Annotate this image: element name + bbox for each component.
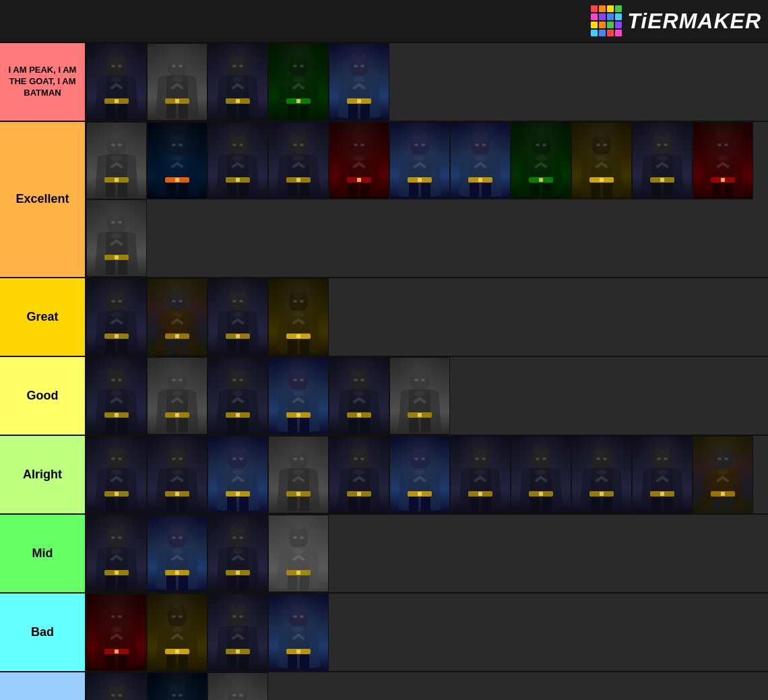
costume-slot-e2: [147, 122, 207, 199]
tier-row-good: Good: [0, 357, 768, 436]
svg-point-436: [657, 457, 661, 460]
svg-point-88: [232, 144, 236, 146]
svg-rect-501: [288, 575, 297, 590]
svg-rect-201: [106, 260, 115, 275]
svg-point-347: [172, 470, 183, 475]
svg-point-413: [542, 457, 546, 460]
svg-point-521: [179, 615, 183, 618]
svg-point-239: [232, 312, 243, 317]
svg-point-143: [475, 156, 486, 161]
svg-point-419: [536, 470, 546, 475]
tier-items-abysmal: [85, 672, 768, 700]
svg-point-40: [293, 65, 297, 67]
svg-rect-399: [472, 455, 488, 462]
svg-point-280: [232, 379, 236, 381]
svg-rect-310: [360, 418, 370, 433]
svg-rect-381: [348, 497, 358, 511]
svg-point-77: [179, 144, 183, 146]
svg-rect-514: [118, 654, 127, 669]
svg-rect-285: [227, 418, 236, 433]
svg-rect-226: [179, 339, 188, 354]
costume-slot-m1: [86, 515, 147, 592]
svg-point-263: [111, 391, 122, 396]
svg-point-556: [111, 694, 115, 697]
svg-rect-489: [227, 575, 236, 590]
tier-row-great: Great: [0, 278, 768, 357]
tier-items-good: [85, 357, 768, 435]
svg-point-65: [118, 144, 122, 146]
costume-slot-ab1: [86, 672, 147, 700]
costume-slot-e10: [632, 122, 693, 199]
svg-point-509: [118, 615, 122, 618]
svg-rect-478: [179, 575, 188, 590]
tier-row-alright: Alright: [0, 436, 768, 515]
svg-rect-483: [230, 534, 246, 541]
svg-point-437: [664, 457, 668, 460]
svg-rect-63: [108, 141, 125, 148]
svg-rect-189: [712, 183, 722, 197]
svg-point-376: [354, 457, 358, 460]
svg-rect-370: [300, 497, 309, 511]
svg-rect-550: [300, 654, 309, 669]
svg-rect-404: [478, 492, 482, 496]
svg-point-101: [300, 144, 304, 146]
svg-point-340: [172, 457, 176, 460]
svg-rect-488: [236, 571, 240, 575]
svg-point-17: [179, 65, 183, 67]
svg-rect-303: [351, 377, 367, 383]
svg-rect-21: [166, 104, 176, 119]
svg-point-515: [111, 627, 122, 633]
logo-text: TiERMAKER: [627, 9, 761, 34]
svg-point-89: [239, 144, 243, 146]
svg-rect-358: [239, 497, 249, 511]
svg-point-364: [293, 457, 297, 460]
svg-point-365: [300, 457, 304, 460]
svg-rect-524: [175, 649, 179, 654]
svg-rect-502: [300, 575, 309, 590]
svg-rect-153: [530, 183, 540, 197]
svg-rect-272: [175, 413, 179, 417]
svg-point-539: [232, 627, 243, 633]
svg-point-293: [300, 379, 304, 381]
svg-rect-417: [530, 497, 540, 511]
svg-rect-531: [230, 613, 246, 620]
svg-point-371: [293, 470, 304, 475]
svg-point-233: [239, 300, 243, 303]
svg-point-107: [293, 156, 304, 161]
svg-rect-177: [651, 183, 661, 197]
tier-label-text: Good: [27, 388, 59, 404]
logo-dot: [607, 30, 614, 36]
svg-point-443: [657, 470, 668, 475]
svg-point-196: [111, 221, 115, 224]
svg-point-137: [482, 144, 486, 146]
svg-rect-284: [236, 413, 240, 417]
svg-rect-57: [348, 104, 358, 119]
costume-slot-e8: [511, 122, 571, 199]
svg-rect-39: [290, 63, 307, 69]
svg-point-341: [179, 457, 183, 460]
costume-slot-al6: [389, 436, 450, 513]
tier-items-great: [85, 278, 768, 356]
costume-slot-e6: [389, 122, 450, 199]
svg-point-52: [354, 65, 358, 67]
svg-rect-333: [106, 497, 115, 511]
svg-rect-459: [108, 534, 125, 541]
tier-label-excellent: Excellent: [0, 122, 85, 277]
svg-rect-567: [169, 692, 185, 699]
costume-slot-p1: [86, 43, 147, 121]
svg-point-185: [724, 144, 728, 146]
costume-slot-gr1: [86, 278, 147, 356]
svg-rect-536: [236, 649, 240, 654]
svg-point-173: [664, 144, 668, 146]
svg-rect-297: [288, 418, 297, 433]
svg-rect-164: [600, 178, 604, 182]
svg-point-424: [596, 457, 600, 460]
costume-slot-p5: [329, 43, 389, 121]
svg-rect-123: [412, 141, 428, 148]
tier-row-mid: Mid: [0, 515, 768, 594]
svg-rect-75: [169, 141, 185, 148]
costume-slot-b1: [86, 594, 147, 671]
logo-grid-icon: [591, 5, 622, 36]
svg-rect-406: [482, 497, 491, 511]
svg-rect-93: [227, 183, 236, 197]
